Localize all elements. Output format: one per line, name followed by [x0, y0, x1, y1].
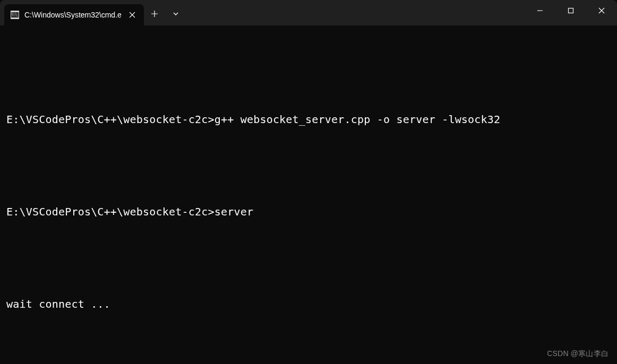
- tab-title: C:\Windows\System32\cmd.e: [24, 11, 122, 19]
- plus-icon: [151, 10, 158, 18]
- tab-dropdown-button[interactable]: [165, 3, 186, 24]
- close-icon: [598, 7, 605, 14]
- chevron-down-icon: [172, 10, 179, 18]
- terminal-line: E:\VSCodePros\C++\websocket-c2c>server: [6, 204, 611, 220]
- window-controls: [525, 0, 617, 25]
- window-close-button[interactable]: [586, 0, 617, 21]
- terminal-line: [6, 158, 611, 174]
- titlebar: C:\Windows\System32\cmd.e: [0, 0, 617, 25]
- tabs-region: C:\Windows\System32\cmd.e: [0, 0, 186, 25]
- svg-rect-0: [569, 8, 573, 13]
- watermark: CSDN @寒山李白: [547, 349, 609, 359]
- terminal-line: E:\VSCodePros\C++\websocket-c2c>g++ webs…: [6, 112, 611, 127]
- close-icon: [129, 12, 135, 18]
- minimize-icon: [537, 7, 543, 14]
- cmd-icon: [11, 11, 19, 19]
- terminal-line: wait connect ...: [6, 297, 611, 312]
- maximize-button[interactable]: [555, 0, 586, 21]
- terminal-line: [6, 66, 611, 81]
- tab-active[interactable]: C:\Windows\System32\cmd.e: [4, 4, 144, 25]
- terminal-line: [6, 250, 611, 266]
- tab-close-button[interactable]: [127, 10, 138, 20]
- terminal-output[interactable]: E:\VSCodePros\C++\websocket-c2c>g++ webs…: [0, 25, 617, 364]
- tab-toolbar: [144, 0, 186, 25]
- new-tab-button[interactable]: [144, 3, 165, 24]
- terminal-line: [6, 343, 611, 358]
- maximize-icon: [568, 7, 574, 14]
- minimize-button[interactable]: [525, 0, 555, 21]
